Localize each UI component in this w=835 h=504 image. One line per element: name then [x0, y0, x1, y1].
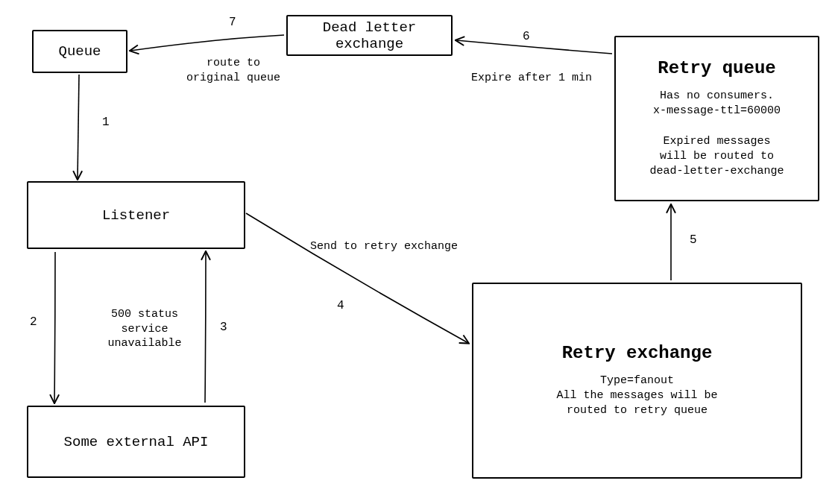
node-queue: Queue	[32, 30, 127, 73]
edge-label-3: 500 status service unavailable	[81, 307, 208, 351]
arrow-retry-queue-to-dlx	[456, 40, 612, 54]
node-dlx-title: Dead letter exchange	[292, 19, 447, 52]
edge-step-4: 4	[337, 299, 344, 312]
node-external-api-title: Some external API	[64, 434, 209, 450]
edge-label-7: route to original queue	[181, 56, 286, 85]
edge-step-2: 2	[30, 315, 37, 329]
edge-step-5: 5	[690, 233, 697, 247]
node-queue-title: Queue	[58, 43, 101, 60]
edge-label-4: Send to retry exchange	[298, 239, 470, 254]
diagram-canvas: Queue Listener Some external API Dead le…	[0, 0, 835, 504]
edge-step-7: 7	[229, 16, 236, 29]
node-dead-letter-exchange: Dead letter exchange	[286, 15, 453, 56]
edge-step-3: 3	[220, 321, 227, 334]
node-retry-exchange-title: Retry exchange	[562, 343, 713, 363]
arrow-queue-to-listener	[78, 75, 79, 179]
node-listener: Listener	[27, 181, 245, 249]
node-retry-queue: Retry queue Has no consumers. x-message-…	[614, 36, 819, 201]
node-external-api: Some external API	[27, 406, 245, 478]
arrow-dlx-to-queue	[130, 35, 284, 51]
arrow-listener-to-external	[54, 252, 55, 403]
edge-step-6: 6	[523, 30, 530, 43]
node-retry-exchange-body: Type=fanout All the messages will be rou…	[556, 374, 717, 419]
node-retry-queue-body: Has no consumers. x-message-ttl=60000 Ex…	[649, 89, 784, 180]
edge-step-1: 1	[102, 116, 110, 129]
node-listener-title: Listener	[102, 207, 170, 224]
edge-label-6: Expire after 1 min	[457, 71, 606, 86]
arrow-listener-to-retry-exchange	[246, 213, 468, 343]
node-retry-queue-title: Retry queue	[658, 58, 775, 78]
node-retry-exchange: Retry exchange Type=fanout All the messa…	[472, 283, 802, 479]
